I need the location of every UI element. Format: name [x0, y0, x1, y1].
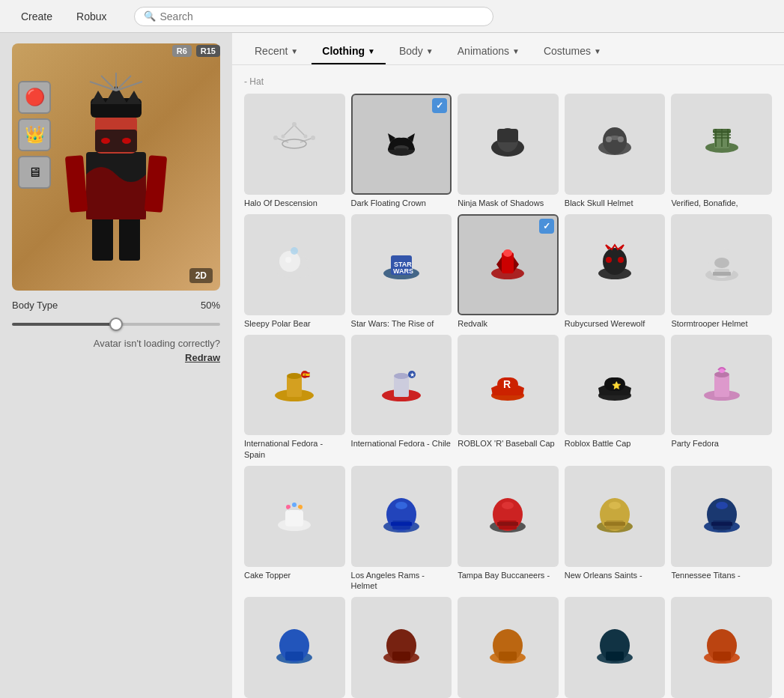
item-cell[interactable]: Tennessee Titans - [671, 466, 772, 591]
svg-rect-85 [714, 374, 729, 397]
chevron-down-icon: ▼ [426, 47, 434, 55]
item-cell[interactable] [351, 597, 452, 698]
item-thumbnail[interactable] [351, 597, 452, 698]
item-thumbnail[interactable] [458, 94, 559, 195]
item-thumbnail[interactable]: ⭐ [565, 335, 666, 436]
item-cell[interactable]: ⭐ Roblox Battle Cap [565, 335, 666, 460]
item-label: International Fedora - Spain [244, 438, 345, 460]
item-label: Tennessee Titans - [671, 570, 772, 580]
item-label: Rubycursed Werewolf [565, 318, 666, 329]
svg-point-23 [292, 122, 297, 127]
tab-costumes[interactable]: Costumes ▼ [533, 39, 612, 64]
item-thumbnail[interactable] [244, 214, 345, 315]
item-thumbnail[interactable] [458, 466, 559, 567]
mini-thumb-2[interactable]: 👑 [18, 118, 51, 151]
item-cell[interactable]: ★ International Fedora - Chile [351, 335, 452, 460]
item-thumbnail[interactable] [671, 466, 772, 567]
svg-point-75 [394, 373, 409, 379]
item-thumbnail[interactable] [565, 214, 666, 315]
svg-rect-4 [145, 155, 167, 213]
item-cell[interactable]: ✓Dark Floating Crown [351, 94, 452, 208]
item-thumbnail[interactable] [565, 94, 666, 195]
item-cell[interactable]: Tampa Bay Buccaneers - [458, 466, 559, 591]
body-type-label: Body Type [12, 300, 58, 311]
svg-point-102 [502, 502, 514, 509]
item-cell[interactable]: Stormtrooper Helmet [671, 214, 772, 329]
item-cell[interactable] [671, 597, 772, 698]
svg-text:⭐: ⭐ [612, 380, 622, 390]
item-thumbnail[interactable] [458, 597, 559, 698]
svg-point-37 [606, 136, 612, 142]
tab-body[interactable]: Body ▼ [389, 39, 444, 64]
item-cell[interactable]: Cake Topper [244, 466, 345, 591]
btn-2d[interactable]: 2D [189, 268, 213, 283]
svg-rect-1 [119, 216, 140, 261]
item-cell[interactable]: Sleepy Polar Bear [244, 214, 345, 329]
right-panel: Recent ▼ Clothing ▼ Body ▼ Animations ▼ … [232, 33, 784, 698]
create-nav[interactable]: Create [12, 6, 61, 27]
svg-text:🇪🇸: 🇪🇸 [303, 371, 310, 378]
search-input[interactable] [160, 10, 484, 22]
mini-thumb-3[interactable]: 🖥 [18, 156, 51, 189]
item-cell[interactable]: Party Fedora [671, 335, 772, 460]
body-type-section: Body Type 50% [12, 300, 220, 329]
tab-clothing[interactable]: Clothing ▼ [312, 39, 386, 64]
item-thumbnail[interactable]: R [458, 335, 559, 436]
item-cell[interactable] [458, 597, 559, 698]
item-thumbnail[interactable] [671, 214, 772, 315]
main-layout: R6 R15 🔴 👑 🖥 [0, 33, 784, 698]
svg-point-20 [282, 139, 306, 148]
body-type-slider[interactable] [12, 323, 220, 326]
body-type-value: 50% [201, 300, 220, 311]
item-thumbnail[interactable] [351, 466, 452, 567]
item-cell[interactable]: Rubycursed Werewolf [565, 214, 666, 329]
item-thumbnail[interactable]: ✓ [351, 94, 452, 195]
svg-point-38 [618, 136, 624, 142]
body-type-row: Body Type 50% [12, 300, 220, 311]
item-thumbnail[interactable] [565, 597, 666, 698]
svg-text:R: R [503, 378, 511, 390]
svg-rect-106 [604, 522, 625, 526]
item-thumbnail[interactable] [244, 94, 345, 195]
item-cell[interactable]: STAR WARS Star Wars: The Rise of [351, 214, 452, 329]
section-label: - Hat [244, 76, 264, 87]
item-cell[interactable]: Black Skull Helmet [565, 94, 666, 208]
item-thumbnail[interactable] [244, 466, 345, 567]
item-thumbnail[interactable] [671, 94, 772, 195]
item-label: Halo Of Descension [244, 198, 345, 208]
item-cell[interactable]: R ROBLOX 'R' Baseball Cap [458, 335, 559, 460]
item-thumbnail[interactable]: 🇪🇸 [244, 335, 345, 436]
svg-rect-67 [713, 272, 731, 276]
item-thumbnail[interactable] [671, 335, 772, 436]
item-thumbnail[interactable]: ★ [351, 335, 452, 436]
svg-point-25 [304, 135, 308, 139]
r6-badge[interactable]: R6 [172, 45, 192, 57]
robux-nav[interactable]: Robux [67, 6, 115, 27]
item-cell[interactable]: Los Angeles Rams - Helmet [351, 466, 452, 591]
svg-rect-101 [497, 522, 518, 526]
mini-thumb-1[interactable]: 🔴 [18, 81, 51, 114]
redraw-button[interactable]: Redraw [185, 352, 220, 363]
item-label: Party Fedora [671, 438, 772, 449]
item-cell[interactable]: Ninja Mask of Shadows [458, 94, 559, 208]
svg-rect-111 [711, 522, 732, 526]
avatar-figure [64, 70, 168, 264]
item-cell[interactable] [565, 597, 666, 698]
item-cell[interactable]: Halo Of Descension [244, 94, 345, 208]
item-thumbnail[interactable]: ✓ [458, 214, 559, 315]
item-cell[interactable] [244, 597, 345, 698]
r15-badge[interactable]: R15 [196, 45, 220, 57]
item-thumbnail[interactable] [671, 597, 772, 698]
item-cell[interactable]: New Orleans Saints - [565, 466, 666, 591]
item-thumbnail[interactable] [565, 466, 666, 567]
items-scroll[interactable]: - Hat Halo Of Descension ✓Dark Floating … [232, 65, 784, 698]
item-cell[interactable]: Verified, Bonafide, [671, 94, 772, 208]
item-thumbnail[interactable] [244, 597, 345, 698]
svg-point-65 [714, 258, 729, 268]
item-cell[interactable]: 🇪🇸 International Fedora - Spain [244, 335, 345, 460]
item-cell[interactable]: ✓Redvalk [458, 214, 559, 329]
tab-animations[interactable]: Animations ▼ [447, 39, 530, 64]
item-thumbnail[interactable]: STAR WARS [351, 214, 452, 315]
tab-recent[interactable]: Recent ▼ [244, 39, 309, 64]
tab-costumes-label: Costumes [544, 45, 591, 57]
